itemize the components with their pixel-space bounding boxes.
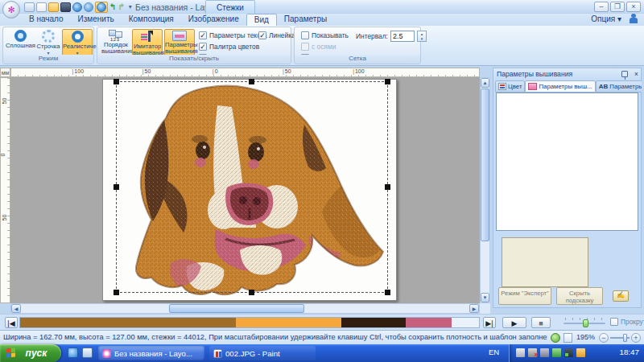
- zoom-slider[interactable]: − +: [599, 333, 641, 343]
- checkbox-ruler[interactable]: ✓ Линейка: [258, 31, 295, 39]
- checkbox[interactable]: ✓: [301, 43, 309, 51]
- checkbox-text-params[interactable]: ✓ Параметры текста: [199, 31, 267, 39]
- scroll-up-icon[interactable]: ▲: [481, 78, 489, 88]
- solid-mode-button[interactable]: Сплошная: [6, 29, 35, 56]
- window-icon[interactable]: [24, 2, 35, 12]
- redo-icon[interactable]: ↱: [118, 2, 124, 12]
- tab-view[interactable]: Вид: [246, 14, 277, 26]
- zoom-in-icon[interactable]: +: [631, 333, 641, 343]
- panel-tab-embroidery-params[interactable]: Параметры выш...: [525, 80, 595, 93]
- stitch-view-1-icon[interactable]: [72, 2, 82, 12]
- selection-handle-se[interactable]: [385, 290, 390, 295]
- interval-spinner[interactable]: ▴▾: [417, 31, 427, 42]
- panel-title: Параметры вышивания: [493, 68, 641, 80]
- selection-handle-e[interactable]: [385, 184, 390, 190]
- canvas[interactable]: [10, 77, 480, 303]
- context-tab-group[interactable]: Стежки: [205, 0, 255, 14]
- tab-home[interactable]: В начало: [22, 14, 71, 26]
- panel-content-area[interactable]: [496, 93, 638, 231]
- tray-icon-green[interactable]: [552, 348, 561, 357]
- undo-icon[interactable]: ↰: [109, 2, 116, 12]
- checkbox-show-grid[interactable]: ✓ Показывать: [301, 31, 349, 39]
- app-logo-icon[interactable]: ✻: [2, 1, 20, 19]
- speed-slider[interactable]: [564, 318, 605, 327]
- vertical-scrollbar[interactable]: ▲ ▼: [480, 77, 490, 303]
- desktop-icon[interactable]: [82, 348, 93, 358]
- pin-icon[interactable]: [621, 71, 628, 77]
- status-page-icon[interactable]: [564, 333, 572, 343]
- tray-icon-cursor[interactable]: [516, 348, 525, 357]
- help-hand-icon[interactable]: ✍: [613, 290, 629, 302]
- panel-close-icon[interactable]: ×: [634, 70, 638, 78]
- play-button[interactable]: ▶: [502, 317, 526, 328]
- status-green-icon[interactable]: [551, 333, 560, 343]
- scroll-checkbox-row[interactable]: ✓ Прокрутка: [610, 318, 644, 326]
- window-title: Без названия - Lay...: [135, 2, 215, 12]
- zoom-out-icon[interactable]: −: [599, 333, 609, 343]
- checkbox-with-axes[interactable]: ✓ с осями: [301, 43, 336, 51]
- checkbox-color-palette[interactable]: ✓ Палитра цветов: [199, 43, 259, 51]
- start-button[interactable]: пуск: [0, 344, 61, 362]
- stitch-order-button[interactable]: 123 Порядок вышивания: [101, 29, 130, 56]
- customize-toolbar-icon[interactable]: ▾: [129, 3, 132, 10]
- stop-button[interactable]: ■: [531, 317, 551, 328]
- selection-handle-nw[interactable]: [114, 79, 119, 84]
- tab-image[interactable]: Изображение: [181, 14, 246, 26]
- expert-mode-button[interactable]: Режим "Эксперт": [498, 287, 551, 305]
- panel-tab-color[interactable]: Цвет: [495, 80, 525, 93]
- go-to-start-button[interactable]: |◀: [5, 317, 18, 328]
- tray-icon-notebook[interactable]: [564, 348, 573, 357]
- selection-handle-w[interactable]: [114, 184, 119, 190]
- tab-edit[interactable]: Изменить: [71, 14, 122, 26]
- embroidery-params-button[interactable]: Параметры вышивания: [164, 29, 195, 56]
- scroll-left-icon[interactable]: ◀: [11, 304, 21, 313]
- selection-handle-n[interactable]: [249, 79, 254, 84]
- tray-icon-orange[interactable]: [576, 348, 585, 357]
- horizontal-scrollbar[interactable]: ◀ ▶: [10, 303, 480, 314]
- restore-button[interactable]: ❐: [610, 2, 625, 12]
- user-icon[interactable]: [630, 14, 638, 23]
- stitch-view-2-icon[interactable]: [84, 2, 93, 12]
- save-icon[interactable]: [60, 2, 71, 12]
- option-menu[interactable]: Опция ▾: [591, 14, 621, 23]
- checkbox[interactable]: ✓: [301, 31, 309, 39]
- interval-input[interactable]: 2.5: [390, 31, 415, 42]
- selection-rectangle[interactable]: [116, 81, 388, 293]
- selection-handle-sw[interactable]: [114, 290, 119, 295]
- browser-icon[interactable]: [68, 348, 78, 358]
- slider-thumb[interactable]: [583, 319, 588, 327]
- close-button[interactable]: ×: [626, 2, 641, 12]
- thread-color-progress-bar[interactable]: [19, 317, 480, 328]
- stitch-mode-button[interactable]: Строчка ▾: [35, 29, 61, 56]
- tab-composition[interactable]: Композиция: [122, 14, 181, 26]
- language-indicator[interactable]: EN: [489, 348, 499, 356]
- new-document-icon[interactable]: [36, 2, 47, 12]
- tray-icon-gray[interactable]: [540, 348, 549, 357]
- selection-handle-s[interactable]: [249, 290, 254, 295]
- tray-icon-network-off[interactable]: x: [528, 348, 537, 357]
- quick-access-toolbar: ↰ ↱ ▾: [24, 2, 132, 12]
- scroll-down-icon[interactable]: ▼: [481, 293, 489, 302]
- checkbox[interactable]: ✓: [610, 318, 618, 326]
- artboard[interactable]: [102, 79, 397, 301]
- checkbox[interactable]: ✓: [258, 31, 266, 39]
- checkbox[interactable]: ✓: [199, 31, 207, 39]
- zoom-slider-thumb[interactable]: [623, 334, 627, 342]
- stitch-view-active-icon[interactable]: [95, 2, 108, 13]
- horizontal-scroll-thumb[interactable]: [169, 304, 304, 313]
- selection-handle-ne[interactable]: [385, 79, 390, 84]
- scroll-right-icon[interactable]: ▶: [469, 304, 479, 313]
- scrollbar-corner: [480, 303, 490, 314]
- hide-hint-button[interactable]: Скрыть подсказку: [556, 287, 603, 305]
- stitch-simulator-button[interactable]: Имитатор вышивания: [132, 29, 163, 56]
- panel-tab-text-params[interactable]: AB Параметры текста: [596, 80, 644, 93]
- tab-parameters[interactable]: Параметры: [277, 14, 334, 26]
- go-to-end-button[interactable]: ▶|: [483, 317, 496, 328]
- taskbar-task-layout[interactable]: Без названия - Layo...: [98, 346, 204, 360]
- checkbox[interactable]: ✓: [199, 43, 207, 51]
- vertical-scroll-thumb[interactable]: [481, 88, 489, 241]
- minimize-button[interactable]: –: [594, 2, 609, 12]
- open-folder-icon[interactable]: [48, 2, 59, 12]
- realistic-mode-button[interactable]: Реалистическое ▾: [62, 29, 93, 56]
- taskbar-task-paint[interactable]: 002.JPG - Paint: [209, 346, 316, 360]
